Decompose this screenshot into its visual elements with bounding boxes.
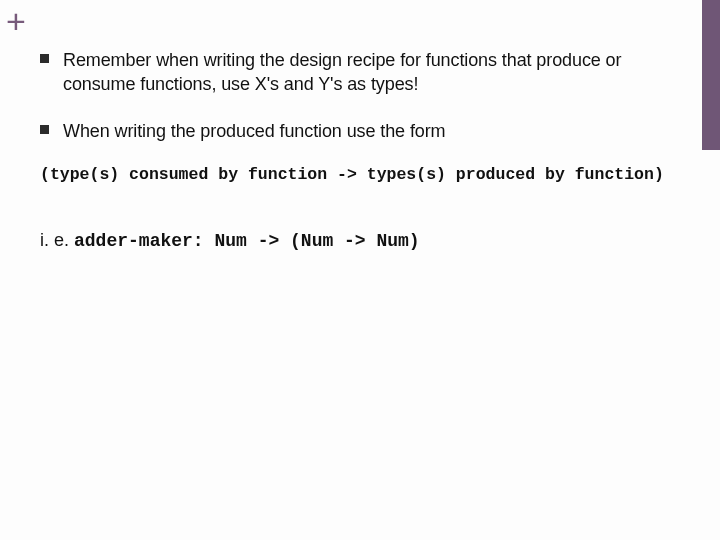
bullet-item: When writing the produced function use t… [40, 119, 680, 143]
accent-bar [702, 0, 720, 150]
example-line: i. e. adder-maker: Num -> (Num -> Num) [40, 230, 680, 251]
square-bullet-icon [40, 54, 49, 63]
example-prefix: i. e. [40, 230, 74, 250]
type-signature-form: (type(s) consumed by function -> types(s… [40, 165, 680, 184]
square-bullet-icon [40, 125, 49, 134]
example-code: adder-maker: Num -> (Num -> Num) [74, 231, 420, 251]
slide-content: Remember when writing the design recipe … [40, 48, 680, 251]
plus-decor: + [6, 4, 26, 38]
bullet-text: When writing the produced function use t… [63, 119, 446, 143]
bullet-item: Remember when writing the design recipe … [40, 48, 680, 97]
bullet-text: Remember when writing the design recipe … [63, 48, 680, 97]
